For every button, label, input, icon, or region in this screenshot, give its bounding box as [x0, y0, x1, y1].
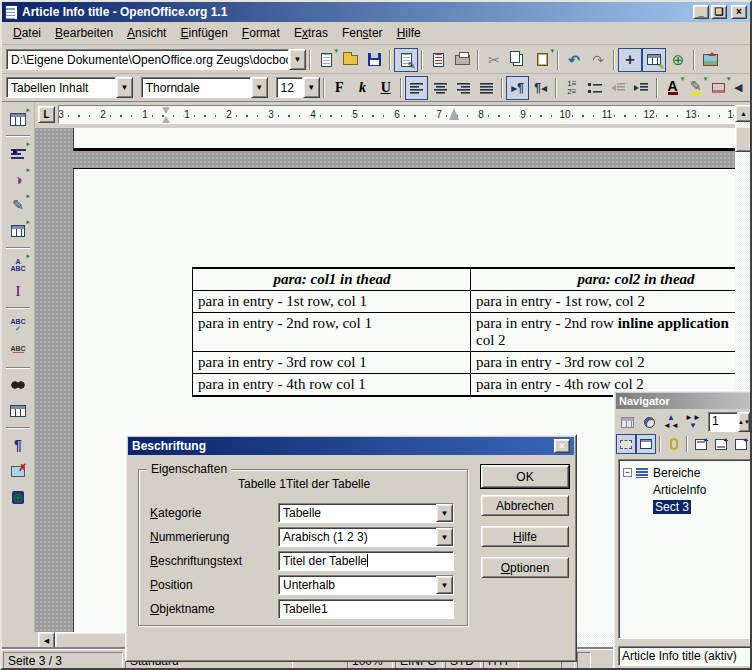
- font-dropdown-icon[interactable]: ▼: [251, 77, 268, 98]
- minimize-button[interactable]: _: [693, 5, 709, 19]
- stylist-button[interactable]: ✎: [642, 48, 666, 72]
- left-margin-marker[interactable]: [162, 107, 171, 123]
- decrease-indent-button[interactable]: [607, 76, 630, 100]
- position-combobox[interactable]: Unterhalb▼: [278, 575, 454, 595]
- table-cell[interactable]: para in entry - 1st row, col 1: [193, 291, 471, 312]
- menu-hilfe[interactable]: Hilfe: [390, 23, 428, 43]
- table-header-cell[interactable]: para: col1 in thead: [193, 269, 471, 290]
- autotext-button[interactable]: AABC▸: [6, 253, 30, 277]
- increase-indent-button[interactable]: [630, 76, 653, 100]
- auto-spellcheck-button[interactable]: ABC~~~: [6, 339, 30, 363]
- ltr-button[interactable]: ▸¶: [506, 76, 529, 100]
- align-justify-button[interactable]: [475, 76, 498, 100]
- print-button[interactable]: [450, 48, 474, 72]
- right-margin-marker[interactable]: [449, 108, 459, 120]
- insert-object-button[interactable]: ◑▸: [6, 167, 30, 191]
- navigator-document-selector[interactable]: Article Info title (aktiv): [618, 646, 752, 666]
- toolbar-collapse-button[interactable]: ◀: [731, 76, 746, 100]
- tree-item-sect3[interactable]: Sect 3: [621, 498, 750, 515]
- ok-button[interactable]: OK: [481, 465, 569, 488]
- nav-footer-button[interactable]: +: [711, 434, 731, 454]
- close-button[interactable]: ×: [731, 5, 747, 19]
- nav-dragmode-button[interactable]: [616, 434, 636, 454]
- tree-item-bereiche[interactable]: − Bereiche: [621, 464, 750, 481]
- table-cell[interactable]: para in entry - 3rd row col 2: [471, 352, 735, 373]
- ruler-corner-button[interactable]: L: [38, 106, 55, 123]
- open-button[interactable]: [338, 48, 362, 72]
- paragraph-style-value[interactable]: Tabellen Inhalt: [6, 77, 116, 98]
- bullet-list-button[interactable]: [583, 76, 606, 100]
- menu-extras[interactable]: Extras: [287, 23, 335, 43]
- find-replace-button[interactable]: [6, 373, 30, 397]
- menu-datei[interactable]: Datei: [6, 23, 48, 43]
- rtl-button[interactable]: ¶◂: [529, 76, 552, 100]
- options-button[interactable]: Optionen: [481, 557, 569, 578]
- copy-button[interactable]: [506, 48, 530, 72]
- underline-button[interactable]: U: [374, 76, 397, 100]
- table-cell[interactable]: para in entry - 4th row col 1: [193, 374, 471, 395]
- nav-contentview-button[interactable]: [636, 434, 656, 454]
- spellcheck-button[interactable]: ABC✓: [6, 313, 30, 337]
- draw-functions-button[interactable]: ✎▸: [6, 193, 30, 217]
- nav-reminder-button[interactable]: [664, 434, 684, 454]
- size-dropdown-icon[interactable]: ▼: [303, 77, 320, 98]
- style-dropdown-icon[interactable]: ▼: [116, 77, 133, 98]
- url-combobox[interactable]: D:\Eigene Dokumente\OpenOffice.org Zeugs…: [6, 49, 306, 70]
- spinner-buttons-icon[interactable]: ▲▼: [738, 412, 750, 432]
- dialog-close-icon[interactable]: ×: [554, 439, 570, 453]
- online-layout-button[interactable]: ⊕: [6, 485, 30, 509]
- table-cell[interactable]: para in entry - 2nd row inline applicati…: [471, 313, 735, 351]
- nav-header-button[interactable]: +: [691, 434, 711, 454]
- nav-next-button[interactable]: ►►▼: [682, 412, 704, 432]
- nummerierung-combobox[interactable]: Arabisch (1 2 3)▼: [278, 527, 454, 547]
- form-functions-button[interactable]: ▸: [6, 219, 30, 243]
- table-cell[interactable]: para in entry - 1st row, col 2: [471, 291, 735, 312]
- tree-label-selected[interactable]: Sect 3: [653, 500, 691, 514]
- save-button[interactable]: [362, 48, 386, 72]
- table-cell[interactable]: para in entry - 3rd row col 1: [193, 352, 471, 373]
- menu-format[interactable]: Format: [235, 23, 287, 43]
- numbered-list-button[interactable]: 1≡2≡: [560, 76, 583, 100]
- scroll-left-icon[interactable]: ◀: [38, 632, 55, 649]
- font-color-button[interactable]: A▾: [661, 76, 684, 100]
- nav-page-spinner[interactable]: 1: [708, 412, 738, 432]
- cancel-button[interactable]: Abbrechen: [481, 495, 569, 516]
- url-value[interactable]: D:\Eigene Dokumente\OpenOffice.org Zeugs…: [6, 49, 289, 70]
- navigator-toggle-button[interactable]: +: [618, 48, 642, 72]
- edit-file-button[interactable]: ✎: [394, 48, 418, 72]
- table-header-cell[interactable]: para: col2 in thead: [471, 269, 735, 290]
- kategorie-dropdown-icon[interactable]: ▼: [436, 504, 453, 522]
- url-dropdown-icon[interactable]: ▼: [289, 49, 306, 70]
- font-size-combobox[interactable]: 12 ▼: [276, 77, 320, 98]
- insert-fields-button[interactable]: ▸: [6, 141, 30, 165]
- navigator-window[interactable]: Navigator ▲◄◄ ►►▼ 1 ▲▼ + + + − Bereiche: [613, 390, 752, 670]
- nummerierung-dropdown-icon[interactable]: ▼: [436, 528, 453, 546]
- title-bar[interactable]: Article Info title - OpenOffice.org 1.1 …: [2, 2, 750, 22]
- help-button[interactable]: Hilfe: [481, 526, 569, 547]
- nav-toggle-button[interactable]: [616, 412, 638, 432]
- align-right-button[interactable]: [452, 76, 475, 100]
- horizontal-ruler[interactable]: 3211234567891011121314: [58, 105, 735, 124]
- scroll-up-icon[interactable]: ▲: [735, 105, 752, 122]
- menu-bearbeiten[interactable]: Bearbeiten: [48, 23, 120, 43]
- background-color-button[interactable]: ▾: [707, 76, 730, 100]
- nav-previous-button[interactable]: ▲◄◄: [660, 412, 682, 432]
- italic-button[interactable]: k: [351, 76, 374, 100]
- new-document-button[interactable]: ▾: [314, 48, 338, 72]
- collapse-icon[interactable]: −: [623, 468, 632, 477]
- nonprinting-chars-button[interactable]: ¶: [6, 433, 30, 457]
- highlight-button[interactable]: ✎▾: [684, 76, 707, 100]
- graphics-onoff-button[interactable]: [6, 459, 30, 483]
- insert-table-button[interactable]: ▸: [6, 107, 30, 131]
- redo-button[interactable]: ↷: [586, 48, 610, 72]
- cut-button[interactable]: ✂: [482, 48, 506, 72]
- hyperlink-button[interactable]: ⊕: [666, 48, 690, 72]
- position-dropdown-icon[interactable]: ▼: [436, 576, 453, 594]
- paste-button[interactable]: ▾: [530, 48, 554, 72]
- font-size-value[interactable]: 12: [276, 77, 303, 98]
- tree-label[interactable]: ArticleInfo: [653, 483, 706, 497]
- data-sources-button[interactable]: [6, 399, 30, 423]
- gallery-button[interactable]: [698, 48, 722, 72]
- nav-anchor-button[interactable]: +: [731, 434, 751, 454]
- maximize-button[interactable]: ❏: [711, 5, 727, 19]
